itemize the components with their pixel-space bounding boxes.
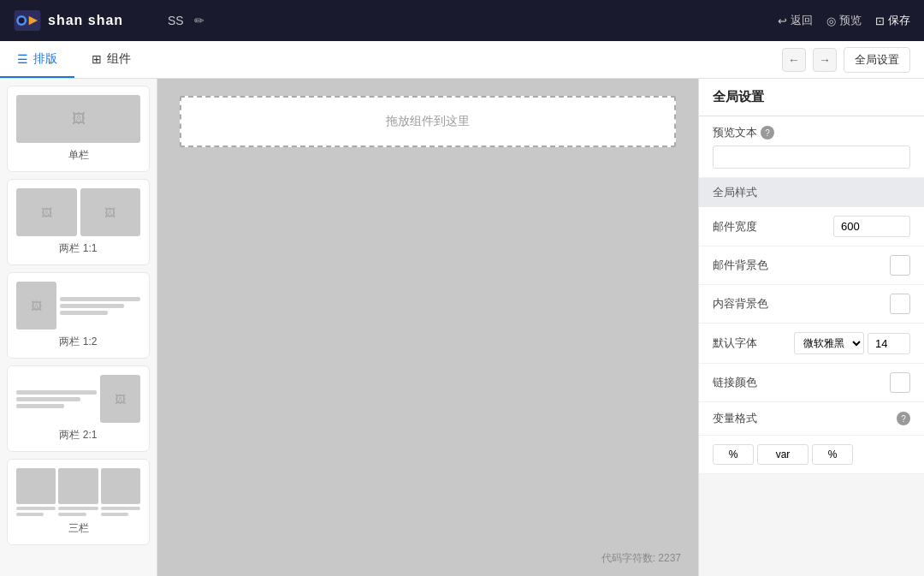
- var-suffix-input[interactable]: [812, 444, 853, 465]
- component-icon: ⊞: [92, 52, 102, 66]
- email-bg-label: 邮件背景色: [713, 258, 883, 273]
- right-panel-title: 全局设置: [699, 79, 924, 116]
- two-col-1-1-preview: 🖼 🖼: [16, 188, 140, 236]
- app-name: shan shan: [48, 13, 123, 28]
- global-style-section: 全局样式: [699, 178, 924, 207]
- content-bg-row: 内容背景色: [699, 285, 924, 324]
- var-format-inputs-row: [699, 436, 924, 474]
- email-width-label: 邮件宽度: [713, 219, 826, 235]
- var-name-input[interactable]: [757, 444, 808, 465]
- preview-text-input[interactable]: [713, 145, 910, 169]
- sidebar-item-two-1-2[interactable]: 🖼 两栏 1:2: [7, 272, 150, 359]
- font-select[interactable]: 微软雅黑 宋体 黑体: [794, 332, 864, 354]
- img-icon-right: 🖼: [104, 206, 116, 219]
- var-format-label-row: 变量格式 ?: [699, 402, 924, 436]
- image-placeholder-icon: 🖼: [72, 111, 86, 127]
- var-prefix-input[interactable]: [713, 444, 754, 465]
- email-bg-color-swatch[interactable]: [890, 255, 910, 276]
- eye-icon: ◎: [826, 15, 836, 27]
- back-arrow-icon: ↩: [778, 15, 787, 27]
- right-panel: 全局设置 预览文本 ? 全局样式 邮件宽度 邮件背景色 内容背景色: [698, 79, 924, 576]
- img-icon-left: 🖼: [41, 206, 52, 219]
- three-col-label: 三栏: [68, 521, 89, 536]
- sidebar-item-three[interactable]: 三栏: [7, 459, 150, 545]
- single-col-label: 单栏: [68, 148, 89, 163]
- left-sidebar: 🖼 单栏 🖼 🖼 两栏 1:1 🖼: [0, 79, 157, 576]
- text-line-1: [60, 297, 140, 301]
- content-bg-label: 内容背景色: [713, 296, 883, 312]
- two-col-1-2-preview: 🖼: [16, 282, 140, 330]
- var-format-label: 变量格式: [713, 411, 886, 426]
- font-select-wrap: 微软雅黑 宋体 黑体: [794, 332, 910, 354]
- text-line-b: [16, 397, 80, 401]
- save-button[interactable]: ⊡ 保存: [875, 13, 910, 28]
- tab-component[interactable]: ⊞ 组件: [74, 41, 148, 78]
- email-width-row: 邮件宽度: [699, 207, 924, 246]
- sidebar-item-two-1-1[interactable]: 🖼 🖼 两栏 1:1: [7, 179, 150, 265]
- logo-area: shan shan: [14, 10, 168, 31]
- edit-icon[interactable]: ✏: [194, 14, 204, 27]
- toolbar-right: ← → 全局设置: [782, 47, 924, 73]
- layout-icon: ☰: [17, 52, 28, 66]
- single-col-preview: 🖼: [16, 95, 140, 143]
- preview-button[interactable]: ◎ 预览: [826, 13, 862, 28]
- email-width-input[interactable]: [833, 216, 910, 237]
- save-icon: ⊡: [875, 15, 885, 27]
- font-size-input[interactable]: [868, 333, 910, 354]
- text-line-3: [60, 311, 108, 315]
- two-col-1-2-label: 两栏 1:2: [59, 335, 97, 349]
- preview-text-help-icon[interactable]: ?: [761, 126, 774, 140]
- text-line-2: [60, 304, 124, 308]
- preview-text-row: 预览文本 ?: [699, 116, 924, 178]
- three-col-preview: [16, 468, 140, 516]
- email-bg-row: 邮件背景色: [699, 246, 924, 285]
- top-bar: shan shan SS ✏ ↩ 返回 ◎ 预览 ⊡ 保存: [0, 0, 924, 41]
- link-color-label: 链接颜色: [713, 375, 883, 390]
- svg-point-2: [19, 18, 25, 24]
- drop-hint-text: 拖放组件到这里: [386, 114, 470, 129]
- content-bg-color-swatch[interactable]: [890, 294, 910, 314]
- drop-zone[interactable]: 拖放组件到这里: [180, 96, 676, 147]
- tab-layout[interactable]: ☰ 排版: [0, 41, 74, 78]
- img-icon-2-1-right: 🖼: [115, 393, 126, 406]
- preview-text-label: 预览文本: [713, 125, 757, 140]
- two-col-2-1-label: 两栏 2:1: [59, 428, 97, 442]
- filename-label: SS: [168, 14, 184, 27]
- two-col-1-1-label: 两栏 1:1: [59, 241, 97, 256]
- redo-button[interactable]: →: [813, 48, 837, 72]
- sidebar-item-two-2-1[interactable]: 🖼 两栏 2:1: [7, 365, 150, 452]
- toolbar-tabs: ☰ 排版 ⊞ 组件: [0, 41, 148, 78]
- logo-icon: [14, 10, 41, 31]
- top-bar-actions: ↩ 返回 ◎ 预览 ⊡ 保存: [778, 13, 910, 28]
- sidebar-item-single[interactable]: 🖼 单栏: [7, 86, 150, 172]
- main-content: 🖼 单栏 🖼 🖼 两栏 1:1 🖼: [0, 79, 924, 576]
- toolbar: ☰ 排版 ⊞ 组件 ← → 全局设置: [0, 41, 924, 79]
- global-settings-button[interactable]: 全局设置: [844, 47, 910, 73]
- img-icon-1-2-left: 🖼: [31, 300, 42, 312]
- back-button[interactable]: ↩ 返回: [778, 13, 813, 28]
- text-line-c: [16, 404, 64, 408]
- text-line-a: [16, 390, 97, 395]
- two-col-2-1-preview: 🖼: [16, 375, 140, 423]
- top-bar-middle: SS ✏: [168, 14, 778, 27]
- link-color-row: 链接颜色: [699, 364, 924, 402]
- canvas-footer: 代码字符数: 2237: [601, 551, 681, 566]
- default-font-label: 默认字体: [713, 336, 787, 351]
- canvas-area[interactable]: 拖放组件到这里 代码字符数: 2237: [157, 79, 698, 576]
- undo-button[interactable]: ←: [782, 48, 806, 72]
- link-color-swatch[interactable]: [890, 372, 910, 393]
- var-format-help-icon[interactable]: ?: [897, 412, 910, 425]
- default-font-row: 默认字体 微软雅黑 宋体 黑体: [699, 324, 924, 364]
